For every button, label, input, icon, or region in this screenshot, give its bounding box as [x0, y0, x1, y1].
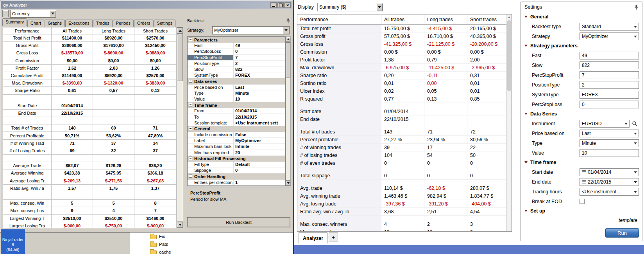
property-row[interactable]: Value 10 [188, 96, 285, 102]
add-tab-button[interactable]: + [329, 232, 338, 241]
run-backtest-button[interactable]: Run Backtest [187, 217, 290, 227]
property-row[interactable]: Slow 822 [188, 67, 285, 72]
property-value[interactable]: MyOptimizer [234, 138, 285, 144]
property-value[interactable]: False [234, 132, 285, 138]
tab-analyzer[interactable]: Analyzer [299, 232, 327, 243]
backtest-type-select[interactable]: Standard [580, 23, 639, 31]
property-row[interactable]: Session template <Use instrument sett [188, 120, 285, 126]
toolbar-grip[interactable] [2, 10, 9, 17]
property-row[interactable]: Min. bars required 20 [188, 150, 285, 156]
property-row[interactable]: SystemType FOREX [188, 72, 285, 78]
property-value[interactable]: 1 [234, 180, 285, 186]
percstopprofit-input[interactable]: 7 [580, 71, 639, 79]
property-value[interactable]: <Use instrument sett [234, 120, 285, 126]
collapse-icon[interactable] [189, 79, 192, 83]
run-button[interactable]: Run [605, 228, 639, 238]
property-value[interactable]: Last [234, 85, 285, 90]
property-row[interactable]: Include commission False [188, 132, 285, 138]
section-strategy-parameters[interactable]: Strategy parameters [521, 41, 642, 50]
column-header[interactable]: All trades [381, 14, 424, 25]
fast-input[interactable]: 49 [580, 52, 639, 59]
search-icon[interactable] [632, 121, 637, 126]
section-general[interactable]: General [521, 12, 642, 22]
value-input[interactable]: 10 [580, 149, 639, 157]
trading-hours-select[interactable]: <Use instrument... [580, 188, 639, 196]
property-value[interactable]: 10 [234, 96, 285, 102]
scroll-up-button[interactable] [177, 27, 183, 34]
property-value[interactable]: 2 [234, 61, 285, 67]
positiontype-input[interactable]: 2 [580, 81, 639, 89]
property-row[interactable]: Fill type Default [188, 162, 285, 168]
property-value[interactable]: FOREX [234, 72, 285, 78]
property-row[interactable]: PositionType 2 [188, 61, 285, 67]
property-value[interactable]: 0 [234, 49, 285, 54]
chevron-down-icon[interactable] [50, 10, 56, 17]
property-row[interactable]: General [188, 126, 285, 132]
report-tab[interactable]: Graphs [45, 20, 65, 27]
section-time-frame[interactable]: Time frame [521, 158, 642, 167]
instrument-select[interactable]: EURUSD [580, 120, 630, 128]
type-select[interactable]: Minute [580, 139, 639, 147]
column-header[interactable]: All Trades [52, 27, 93, 34]
report-tab[interactable]: Chart [27, 20, 44, 27]
property-row[interactable]: PercStopProfit 7 [188, 55, 285, 61]
minimize-button[interactable] [270, 2, 277, 8]
scrollbar-thumb[interactable] [177, 34, 183, 81]
scroll-up-button[interactable] [507, 14, 512, 20]
scroll-up-button[interactable] [286, 37, 290, 42]
end-date-picker[interactable]: 22/10/2015 [580, 178, 639, 186]
property-value[interactable]: 20 [234, 150, 285, 156]
property-row[interactable]: Maximum bars look b Infinite [188, 144, 285, 150]
collapse-icon[interactable] [189, 127, 192, 130]
property-row[interactable]: Label MyOptimizer [188, 138, 285, 144]
scrollbar-thumb[interactable] [286, 42, 290, 77]
chevron-down-icon[interactable] [376, 3, 383, 11]
scroll-down-button[interactable] [286, 180, 290, 186]
strategy-combo[interactable]: MyOptimizer [212, 26, 290, 34]
column-header[interactable]: Short trades [467, 14, 512, 25]
slow-input[interactable]: 822 [580, 61, 639, 69]
grid-scrollbar[interactable] [286, 36, 291, 186]
property-value[interactable]: 822 [234, 67, 285, 72]
property-row[interactable]: Historical Fill Processing [188, 156, 285, 162]
collapse-icon[interactable] [189, 174, 192, 178]
start-date-picker[interactable]: 01/04/2014 [580, 168, 639, 176]
section-data-series[interactable]: Data Series [521, 109, 642, 119]
report-tab[interactable]: Orders [134, 20, 154, 27]
pin-icon[interactable] [634, 5, 639, 10]
report-tab[interactable]: Trades [93, 20, 113, 27]
property-row[interactable]: Fast 49 [188, 43, 285, 49]
column-header[interactable]: Long trades [424, 14, 467, 25]
column-header[interactable]: Short Trades [134, 27, 177, 34]
instrument-combo[interactable]: Currency [10, 10, 56, 18]
property-row[interactable]: To 22/10/2015 [188, 114, 285, 120]
maximize-button[interactable] [277, 2, 284, 8]
property-value[interactable]: 01/04/2014 [234, 108, 285, 114]
property-row[interactable]: Time frame [188, 102, 285, 108]
property-value[interactable]: 49 [234, 43, 285, 49]
scrollbar-thumb[interactable] [507, 20, 511, 91]
ninjatrader-desktop-icon[interactable]: NinjaTrader 8 (64-bit) [1, 229, 25, 254]
column-header[interactable]: Performance [3, 27, 52, 34]
window-titlebar[interactable]: gy Analyzer × [1, 1, 292, 9]
scroll-down-button[interactable] [177, 222, 183, 228]
price-based-on-select[interactable]: Last [580, 130, 639, 137]
report-tab[interactable]: Summary [2, 18, 27, 26]
property-row[interactable]: Entries per direction 1 [188, 180, 285, 186]
property-value[interactable]: 22/10/2015 [234, 114, 285, 120]
report-tab[interactable]: Settings [154, 20, 176, 27]
report-tab[interactable]: Periods [113, 20, 134, 27]
table-scrollbar[interactable] [506, 14, 512, 231]
property-row[interactable]: PercStopLoss 0 [188, 49, 285, 54]
property-row[interactable]: Data series [188, 78, 285, 84]
strategy-select[interactable]: MyOptimizer [580, 32, 639, 40]
property-row[interactable]: Slippage 0 [188, 168, 285, 173]
property-row[interactable]: From 01/04/2014 [188, 108, 285, 114]
column-header[interactable]: Performance [297, 14, 381, 25]
property-value[interactable]: Default [234, 162, 285, 168]
property-row[interactable]: Parameters [188, 37, 285, 43]
folder-item[interactable]: Fix [150, 232, 171, 240]
display-combo[interactable]: Summary ($) [317, 3, 383, 11]
folder-item[interactable]: cache [150, 248, 171, 254]
collapse-icon[interactable] [189, 103, 192, 106]
